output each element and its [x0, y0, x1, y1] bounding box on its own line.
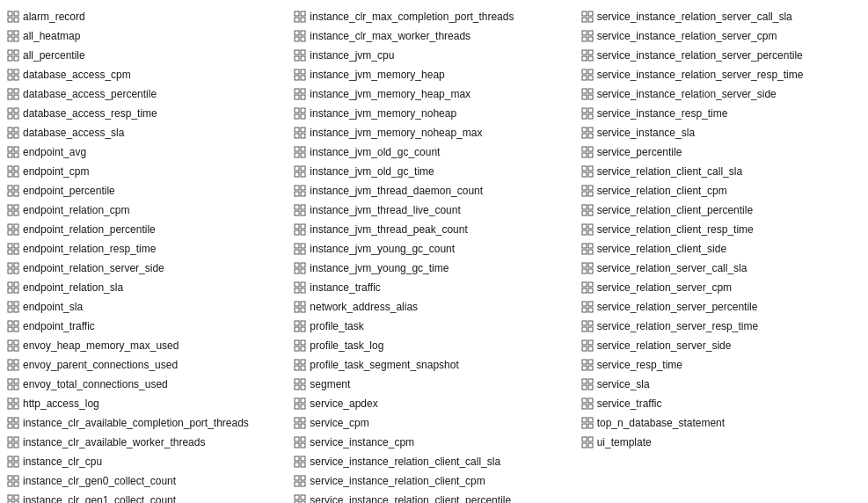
list-item[interactable]: service_instance_sla — [578, 123, 864, 142]
svg-rect-202 — [295, 443, 299, 448]
list-item[interactable]: endpoint_percentile — [4, 181, 290, 200]
list-item[interactable]: service_instance_relation_server_resp_ti… — [578, 65, 864, 84]
list-item[interactable]: service_relation_server_call_sla — [578, 259, 864, 278]
list-item[interactable]: endpoint_relation_sla — [4, 278, 290, 297]
list-item[interactable]: instance_jvm_thread_peak_count — [290, 220, 577, 239]
svg-rect-67 — [14, 327, 18, 332]
list-item[interactable]: instance_clr_available_worker_threads — [4, 433, 290, 452]
list-item[interactable]: service_cpm — [290, 413, 577, 433]
item-label: instance_jvm_memory_heap_max — [310, 86, 470, 102]
list-item[interactable]: instance_jvm_old_gc_time — [290, 162, 577, 181]
list-item[interactable]: service_traffic — [578, 394, 864, 413]
list-item[interactable]: http_access_log — [4, 394, 290, 413]
list-item[interactable]: service_percentile — [578, 142, 864, 162]
list-item[interactable]: endpoint_relation_resp_time — [4, 239, 290, 259]
svg-rect-308 — [582, 418, 587, 422]
list-item[interactable]: instance_jvm_memory_heap_max — [290, 84, 577, 104]
list-item[interactable]: service_relation_client_cpm — [578, 181, 864, 200]
list-item[interactable]: instance_clr_max_completion_port_threads — [290, 7, 577, 26]
svg-rect-232 — [582, 50, 587, 55]
list-item[interactable]: envoy_parent_connections_used — [4, 355, 290, 375]
list-item[interactable]: service_relation_server_percentile — [578, 297, 864, 317]
list-item[interactable]: service_relation_client_resp_time — [578, 220, 864, 239]
list-item[interactable]: service_instance_relation_client_percent… — [290, 491, 577, 503]
list-item[interactable]: instance_clr_cpu — [4, 452, 290, 471]
list-item[interactable]: alarm_record — [4, 7, 290, 26]
list-item[interactable]: profile_task_log — [290, 336, 577, 355]
item-label: instance_traffic — [310, 280, 381, 295]
list-item[interactable]: instance_jvm_thread_daemon_count — [290, 181, 577, 200]
list-item[interactable]: instance_clr_gen0_collect_count — [4, 471, 290, 491]
list-item[interactable]: service_apdex — [290, 394, 577, 413]
svg-rect-269 — [588, 224, 593, 229]
list-item[interactable]: instance_jvm_cpu — [290, 46, 577, 65]
list-item[interactable]: endpoint_sla — [4, 297, 290, 317]
svg-rect-236 — [582, 69, 587, 74]
list-item[interactable]: instance_jvm_memory_noheap_max — [290, 123, 577, 142]
list-item[interactable]: service_instance_cpm — [290, 433, 577, 452]
list-item[interactable]: endpoint_cpm — [4, 162, 290, 181]
svg-rect-123 — [301, 56, 305, 61]
list-item[interactable]: envoy_heap_memory_max_used — [4, 336, 290, 355]
list-item[interactable]: endpoint_traffic — [4, 317, 290, 336]
list-item[interactable]: service_instance_relation_client_cpm — [290, 471, 577, 491]
svg-rect-188 — [295, 379, 299, 383]
svg-rect-40 — [8, 205, 12, 209]
list-item[interactable]: database_access_percentile — [4, 84, 290, 104]
list-item[interactable]: service_instance_relation_client_call_sl… — [290, 452, 577, 471]
svg-rect-251 — [588, 134, 593, 138]
list-item[interactable]: service_instance_relation_server_call_sl… — [578, 7, 864, 26]
svg-rect-97 — [14, 476, 18, 480]
list-item[interactable]: instance_jvm_memory_heap — [290, 65, 577, 84]
list-item[interactable]: network_address_alias — [290, 297, 577, 317]
list-item[interactable]: ui_template — [578, 433, 864, 452]
list-item[interactable]: instance_jvm_memory_noheap — [290, 104, 577, 123]
list-item[interactable]: profile_task — [290, 317, 577, 336]
list-item[interactable]: database_access_resp_time — [4, 104, 290, 123]
list-item[interactable]: service_relation_server_side — [578, 336, 864, 355]
list-item[interactable]: envoy_total_connections_used — [4, 375, 290, 394]
svg-rect-165 — [301, 263, 305, 267]
svg-rect-129 — [301, 89, 305, 93]
svg-rect-284 — [582, 302, 587, 306]
list-item[interactable]: endpoint_relation_server_side — [4, 259, 290, 278]
list-item[interactable]: endpoint_relation_percentile — [4, 220, 290, 239]
list-item[interactable]: profile_task_segment_snapshot — [290, 355, 577, 375]
list-item[interactable]: endpoint_avg — [4, 142, 290, 162]
list-item[interactable]: service_instance_relation_server_side — [578, 84, 864, 104]
list-item[interactable]: endpoint_relation_cpm — [4, 200, 290, 220]
list-item[interactable]: instance_traffic — [290, 278, 577, 297]
list-item[interactable]: database_access_cpm — [4, 65, 290, 84]
svg-rect-141 — [301, 147, 305, 151]
table-icon — [581, 359, 594, 371]
list-item[interactable]: all_percentile — [4, 46, 290, 65]
list-item[interactable]: instance_jvm_young_gc_count — [290, 239, 577, 259]
list-item[interactable]: top_n_database_statement — [578, 413, 864, 433]
list-item[interactable]: service_instance_resp_time — [578, 104, 864, 123]
list-item[interactable]: database_access_sla — [4, 123, 290, 142]
list-item[interactable]: service_relation_client_call_sla — [578, 162, 864, 181]
list-item[interactable]: service_relation_server_cpm — [578, 278, 864, 297]
list-item[interactable]: instance_jvm_young_gc_time — [290, 259, 577, 278]
table-icon — [581, 185, 594, 197]
svg-rect-227 — [588, 18, 593, 22]
svg-rect-29 — [14, 147, 18, 151]
list-item[interactable]: instance_clr_max_worker_threads — [290, 26, 577, 46]
list-item[interactable]: service_instance_relation_server_cpm — [578, 26, 864, 46]
list-item[interactable]: service_relation_server_resp_time — [578, 317, 864, 336]
list-item[interactable]: service_sla — [578, 375, 864, 394]
list-item[interactable]: service_relation_client_side — [578, 239, 864, 259]
list-item[interactable]: service_instance_relation_server_percent… — [578, 46, 864, 65]
list-item[interactable]: instance_jvm_thread_live_count — [290, 200, 577, 220]
list-item[interactable]: segment — [290, 375, 577, 394]
list-item[interactable]: all_heatmap — [4, 26, 290, 46]
svg-rect-205 — [301, 456, 305, 461]
svg-rect-4 — [8, 31, 12, 35]
list-item[interactable]: instance_clr_available_completion_port_t… — [4, 413, 290, 433]
list-item[interactable]: service_resp_time — [578, 355, 864, 375]
list-item[interactable]: instance_clr_gen1_collect_count — [4, 491, 290, 503]
list-item[interactable]: service_relation_client_percentile — [578, 200, 864, 220]
table-icon — [294, 223, 306, 236]
svg-rect-230 — [582, 37, 587, 41]
list-item[interactable]: instance_jvm_old_gc_count — [290, 142, 577, 162]
